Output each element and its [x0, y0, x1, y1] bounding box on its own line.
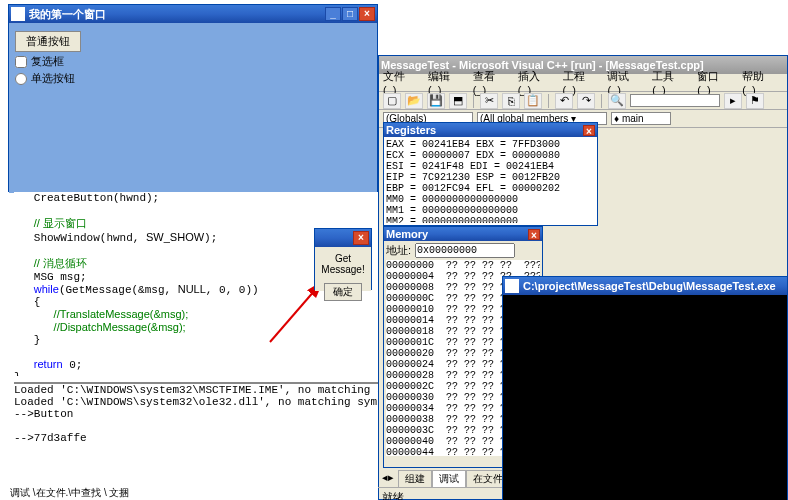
undo-icon[interactable]: ↶: [555, 93, 573, 109]
console-title: C:\project\MessageTest\Debug\MessageTest…: [523, 280, 785, 292]
registers-titlebar[interactable]: Registers ×: [384, 123, 597, 137]
checkbox-row[interactable]: 复选框: [15, 54, 371, 69]
close-button[interactable]: ×: [359, 7, 375, 21]
cut-icon[interactable]: ✂: [480, 93, 498, 109]
new-icon[interactable]: ▢: [383, 93, 401, 109]
find-icon[interactable]: 🔍: [608, 93, 626, 109]
console-body[interactable]: [503, 295, 787, 500]
registers-close-button[interactable]: ×: [583, 125, 595, 136]
console-titlebar[interactable]: C:\project\MessageTest\Debug\MessageTest…: [503, 277, 787, 295]
checkbox-input[interactable]: [15, 56, 27, 68]
memory-address-label: 地址:: [386, 243, 411, 258]
registers-body[interactable]: EAX = 00241EB4 EBX = 7FFD3000 ECX = 0000…: [384, 137, 597, 223]
console-window: C:\project\MessageTest\Debug\MessageTest…: [502, 276, 788, 500]
find-combo[interactable]: [630, 94, 720, 107]
bookmark-icon[interactable]: ⚑: [746, 93, 764, 109]
ide-toolbar: ▢ 📂 💾 ⬒ ✂ ⎘ 📋 ↶ ↷ 🔍 ▸ ⚑: [379, 92, 787, 110]
menu-工具[interactable]: 工具(_): [652, 69, 687, 96]
msgbox-close-button[interactable]: ×: [353, 231, 369, 245]
memory-address-row: 地址:: [386, 243, 540, 258]
redo-icon[interactable]: ↷: [577, 93, 595, 109]
console-icon: [505, 279, 519, 293]
app-body: 普通按钮 复选框 单选按钮: [9, 23, 377, 193]
minimize-button[interactable]: _: [325, 7, 341, 21]
checkbox-label: 复选框: [31, 54, 64, 69]
bottom-tabs-left[interactable]: 调试 \在文件.\中查找 \ 文捆: [10, 486, 129, 500]
app-icon: [11, 7, 25, 21]
app-window: 我的第一个窗口 _ □ × 普通按钮 复选框 单选按钮: [8, 4, 378, 192]
radio-input[interactable]: [15, 73, 27, 85]
tab-debug[interactable]: 调试: [432, 470, 466, 487]
registers-window: Registers × EAX = 00241EB4 EBX = 7FFD300…: [383, 122, 598, 226]
open-icon[interactable]: 📂: [405, 93, 423, 109]
app-titlebar[interactable]: 我的第一个窗口 _ □ ×: [9, 5, 377, 23]
msgbox-text: Get Message!: [317, 253, 369, 275]
message-box: × Get Message! 确定: [314, 228, 372, 290]
tab-nav-left[interactable]: ◂▸: [378, 470, 398, 487]
copy-icon[interactable]: ⎘: [502, 93, 520, 109]
paste-icon[interactable]: 📋: [524, 93, 542, 109]
memory-address-input[interactable]: [415, 243, 515, 258]
msgbox-titlebar[interactable]: ×: [315, 229, 371, 247]
saveall-icon[interactable]: ⬒: [449, 93, 467, 109]
msgbox-ok-button[interactable]: 确定: [324, 283, 362, 301]
save-icon[interactable]: 💾: [427, 93, 445, 109]
ide-menubar: 文件(_)编辑(_)查看(_)插入(_)工程(_)调试(_)工具(_)窗口(_)…: [379, 74, 787, 92]
maximize-button[interactable]: □: [342, 7, 358, 21]
scope-main[interactable]: ♦ main: [611, 112, 671, 125]
normal-button[interactable]: 普通按钮: [15, 31, 81, 52]
memory-close-button[interactable]: ×: [528, 229, 540, 240]
app-title: 我的第一个窗口: [29, 7, 325, 22]
radio-label: 单选按钮: [31, 71, 75, 86]
memory-titlebar[interactable]: Memory ×: [384, 227, 542, 241]
radio-row[interactable]: 单选按钮: [15, 71, 371, 86]
go-icon[interactable]: ▸: [724, 93, 742, 109]
tab-build[interactable]: 组建: [398, 470, 432, 487]
output-pane[interactable]: Loaded 'C:\WINDOWS\system32\MSCTFIME.IME…: [14, 382, 384, 476]
msgbox-body: Get Message! 确定: [315, 247, 371, 291]
